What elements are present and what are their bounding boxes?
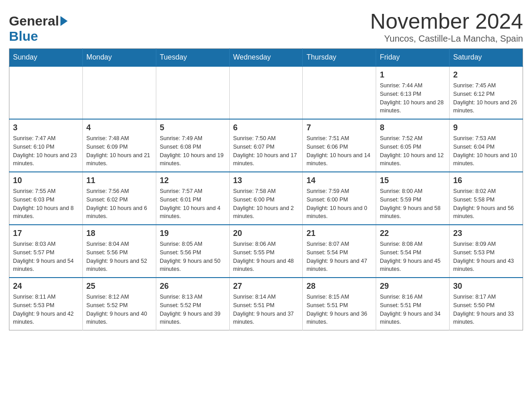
calendar-day-cell: 5Sunrise: 7:49 AMSunset: 6:08 PMDaylight… (156, 119, 229, 172)
day-sun-info: Sunrise: 7:55 AMSunset: 6:03 PMDaylight:… (13, 187, 79, 221)
day-number: 17 (13, 229, 79, 238)
day-sun-info: Sunrise: 7:51 AMSunset: 6:06 PMDaylight:… (306, 134, 372, 168)
day-number: 5 (160, 123, 226, 133)
day-sun-info: Sunrise: 7:45 AMSunset: 6:12 PMDaylight:… (453, 81, 519, 115)
day-number: 20 (233, 229, 299, 238)
day-of-week-header: Wednesday (229, 49, 303, 67)
day-number: 8 (380, 123, 446, 133)
calendar-day-cell: 17Sunrise: 8:03 AMSunset: 5:57 PMDayligh… (9, 225, 83, 278)
calendar-day-cell: 23Sunrise: 8:09 AMSunset: 5:53 PMDayligh… (450, 225, 523, 278)
day-number: 4 (86, 123, 152, 133)
calendar-day-cell: 11Sunrise: 7:56 AMSunset: 6:02 PMDayligh… (82, 172, 156, 225)
day-sun-info: Sunrise: 7:50 AMSunset: 6:07 PMDaylight:… (233, 134, 299, 168)
calendar-day-cell: 16Sunrise: 8:02 AMSunset: 5:58 PMDayligh… (450, 172, 523, 225)
day-number: 21 (306, 229, 372, 238)
day-number: 15 (380, 176, 446, 185)
day-sun-info: Sunrise: 7:57 AMSunset: 6:01 PMDaylight:… (160, 187, 226, 221)
day-number: 18 (86, 229, 152, 238)
day-number: 9 (453, 123, 519, 133)
calendar-day-cell (229, 66, 303, 119)
calendar-week-row: 24Sunrise: 8:11 AMSunset: 5:53 PMDayligh… (9, 278, 523, 330)
month-year-title: November 2024 (370, 9, 523, 34)
calendar-day-cell: 24Sunrise: 8:11 AMSunset: 5:53 PMDayligh… (9, 278, 83, 330)
day-sun-info: Sunrise: 7:44 AMSunset: 6:13 PMDaylight:… (380, 81, 446, 115)
day-of-week-header: Friday (376, 49, 450, 67)
day-sun-info: Sunrise: 8:06 AMSunset: 5:55 PMDaylight:… (233, 240, 299, 274)
calendar-day-cell (303, 66, 376, 119)
day-sun-info: Sunrise: 8:07 AMSunset: 5:54 PMDaylight:… (306, 240, 372, 274)
day-number: 1 (380, 70, 446, 80)
day-number: 22 (380, 229, 446, 238)
calendar-week-row: 10Sunrise: 7:55 AMSunset: 6:03 PMDayligh… (9, 172, 523, 225)
calendar-day-cell: 4Sunrise: 7:48 AMSunset: 6:09 PMDaylight… (82, 119, 156, 172)
day-sun-info: Sunrise: 8:02 AMSunset: 5:58 PMDaylight:… (453, 187, 519, 221)
day-number: 14 (306, 176, 372, 185)
day-of-week-header: Sunday (9, 49, 83, 67)
day-sun-info: Sunrise: 8:11 AMSunset: 5:53 PMDaylight:… (13, 293, 79, 326)
calendar-day-cell: 27Sunrise: 8:14 AMSunset: 5:51 PMDayligh… (229, 278, 303, 330)
day-number: 29 (380, 282, 446, 291)
day-of-week-header: Tuesday (156, 49, 229, 67)
day-number: 24 (13, 282, 79, 291)
day-sun-info: Sunrise: 7:53 AMSunset: 6:04 PMDaylight:… (453, 134, 519, 168)
calendar-day-cell: 2Sunrise: 7:45 AMSunset: 6:12 PMDaylight… (450, 66, 523, 119)
day-of-week-header: Saturday (450, 49, 523, 67)
day-sun-info: Sunrise: 8:16 AMSunset: 5:51 PMDaylight:… (380, 293, 446, 326)
day-number: 7 (306, 123, 372, 133)
calendar-week-row: 17Sunrise: 8:03 AMSunset: 5:57 PMDayligh… (9, 225, 523, 278)
day-sun-info: Sunrise: 8:00 AMSunset: 5:59 PMDaylight:… (380, 187, 446, 221)
calendar-day-cell: 22Sunrise: 8:08 AMSunset: 5:54 PMDayligh… (376, 225, 450, 278)
calendar-day-cell: 9Sunrise: 7:53 AMSunset: 6:04 PMDaylight… (450, 119, 523, 172)
day-number: 30 (453, 282, 519, 291)
calendar-day-cell: 21Sunrise: 8:07 AMSunset: 5:54 PMDayligh… (303, 225, 376, 278)
day-number: 6 (233, 123, 299, 133)
day-number: 2 (453, 70, 519, 80)
logo-blue-text: Blue (9, 29, 38, 43)
day-number: 25 (86, 282, 152, 291)
day-sun-info: Sunrise: 8:12 AMSunset: 5:52 PMDaylight:… (86, 293, 152, 326)
calendar-day-cell (82, 66, 156, 119)
day-number: 3 (13, 123, 79, 133)
calendar-day-cell: 30Sunrise: 8:17 AMSunset: 5:50 PMDayligh… (450, 278, 523, 330)
calendar-day-cell: 12Sunrise: 7:57 AMSunset: 6:01 PMDayligh… (156, 172, 229, 225)
day-number: 19 (160, 229, 226, 238)
calendar-week-row: 3Sunrise: 7:47 AMSunset: 6:10 PMDaylight… (9, 119, 523, 172)
calendar-day-cell: 20Sunrise: 8:06 AMSunset: 5:55 PMDayligh… (229, 225, 303, 278)
day-number: 11 (86, 176, 152, 185)
calendar-day-cell: 7Sunrise: 7:51 AMSunset: 6:06 PMDaylight… (303, 119, 376, 172)
calendar-week-row: 1Sunrise: 7:44 AMSunset: 6:13 PMDaylight… (9, 66, 523, 119)
calendar-day-cell: 29Sunrise: 8:16 AMSunset: 5:51 PMDayligh… (376, 278, 450, 330)
day-number: 27 (233, 282, 299, 291)
day-sun-info: Sunrise: 8:08 AMSunset: 5:54 PMDaylight:… (380, 240, 446, 274)
day-sun-info: Sunrise: 7:52 AMSunset: 6:05 PMDaylight:… (380, 134, 446, 168)
calendar-day-cell: 26Sunrise: 8:13 AMSunset: 5:52 PMDayligh… (156, 278, 229, 330)
day-sun-info: Sunrise: 7:58 AMSunset: 6:00 PMDaylight:… (233, 187, 299, 221)
day-sun-info: Sunrise: 8:14 AMSunset: 5:51 PMDaylight:… (233, 293, 299, 326)
calendar-day-cell: 10Sunrise: 7:55 AMSunset: 6:03 PMDayligh… (9, 172, 83, 225)
day-sun-info: Sunrise: 7:59 AMSunset: 6:00 PMDaylight:… (306, 187, 372, 221)
calendar-day-cell (156, 66, 229, 119)
logo-arrow-icon (60, 16, 68, 26)
calendar-table: SundayMondayTuesdayWednesdayThursdayFrid… (9, 48, 523, 330)
page-header: General Blue November 2024 Yuncos, Casti… (9, 9, 523, 44)
day-sun-info: Sunrise: 8:09 AMSunset: 5:53 PMDaylight:… (453, 240, 519, 274)
calendar-day-cell: 8Sunrise: 7:52 AMSunset: 6:05 PMDaylight… (376, 119, 450, 172)
calendar-day-cell: 25Sunrise: 8:12 AMSunset: 5:52 PMDayligh… (82, 278, 156, 330)
logo: General Blue (9, 9, 68, 44)
day-sun-info: Sunrise: 7:48 AMSunset: 6:09 PMDaylight:… (86, 134, 152, 168)
calendar-day-cell: 3Sunrise: 7:47 AMSunset: 6:10 PMDaylight… (9, 119, 83, 172)
day-number: 26 (160, 282, 226, 291)
calendar-header-row: SundayMondayTuesdayWednesdayThursdayFrid… (9, 49, 523, 67)
day-number: 10 (13, 176, 79, 185)
logo-general-text: General (9, 13, 59, 29)
calendar-day-cell: 14Sunrise: 7:59 AMSunset: 6:00 PMDayligh… (303, 172, 376, 225)
day-of-week-header: Monday (82, 49, 156, 67)
day-number: 13 (233, 176, 299, 185)
calendar-day-cell: 13Sunrise: 7:58 AMSunset: 6:00 PMDayligh… (229, 172, 303, 225)
calendar-day-cell: 15Sunrise: 8:00 AMSunset: 5:59 PMDayligh… (376, 172, 450, 225)
day-number: 28 (306, 282, 372, 291)
day-sun-info: Sunrise: 8:13 AMSunset: 5:52 PMDaylight:… (160, 293, 226, 326)
day-of-week-header: Thursday (303, 49, 376, 67)
day-sun-info: Sunrise: 8:15 AMSunset: 5:51 PMDaylight:… (306, 293, 372, 326)
title-area: November 2024 Yuncos, Castille-La Mancha… (370, 9, 523, 44)
